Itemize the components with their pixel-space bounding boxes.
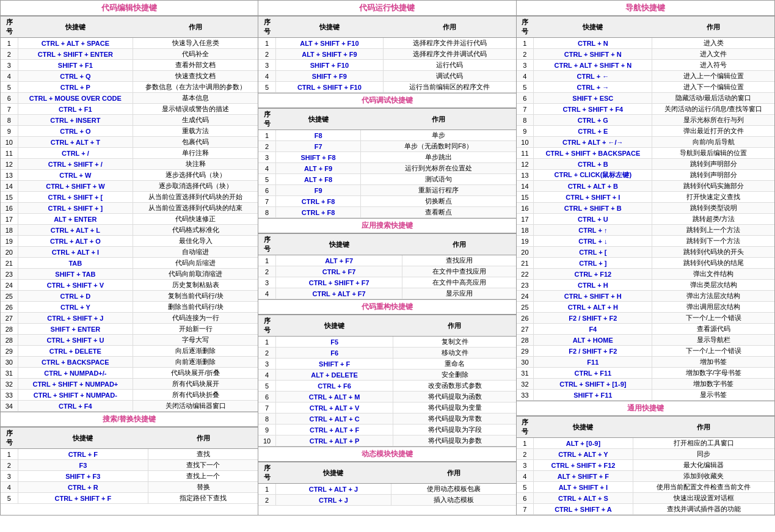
col-shortcut: 快捷键 [275, 16, 383, 38]
row-action: 重载方法 [133, 126, 258, 137]
table-row: 7CTRL + F1显示错误或警告的描述 [1, 104, 258, 115]
table-row: 3CTRL + ALT + SHIFT + N进入符号 [517, 60, 774, 71]
row-num: 29 [517, 346, 534, 357]
row-shortcut: F7 [275, 141, 361, 152]
table-row: 2CTRL + ALT + Y同步 [517, 449, 774, 460]
table-row: 8CTRL + F8查看断点 [258, 207, 515, 218]
nav-table: 序号 快捷键 作用 1CTRL + N进入类2CTRL + SHIFT + N进… [517, 16, 774, 401]
table-row: 7CTRL + ALT + V将代码提取为变量 [258, 403, 515, 414]
app-search-title: 应用搜索快捷键 [258, 219, 515, 233]
row-shortcut: CTRL + H [534, 280, 652, 291]
row-num: 5 [258, 174, 275, 185]
table-row: 33SHIFT + F11显示书签 [517, 390, 774, 401]
table-row: 29CTRL + DELETE向后逐渐删除 [1, 346, 258, 357]
row-shortcut: CTRL + F6 [275, 381, 393, 392]
row-shortcut: CTRL + DELETE [18, 346, 133, 357]
row-action: 跳转到类型说明 [652, 203, 774, 214]
row-action: 最大化编辑器 [633, 460, 774, 471]
row-shortcut: ALT + [0-9] [534, 438, 633, 449]
row-shortcut: CTRL + ALT + SHIFT + N [534, 60, 652, 71]
table-row: 5ALT + F8测试语句 [258, 174, 515, 185]
row-action: 增加数字/字母书签 [652, 368, 774, 379]
col-num: 序号 [258, 109, 275, 130]
row-action: 跳转到下一个方法 [652, 236, 774, 247]
row-shortcut: CTRL + F1 [18, 104, 133, 115]
row-shortcut: CTRL + N [534, 38, 652, 49]
table-row: 12CTRL + SHIFT + /块注释 [1, 159, 258, 170]
table-row: 3CTRL + SHIFT + F12最大化编辑器 [517, 460, 774, 471]
search-replace-table: 序号 快捷键 作用 1CTRL + F查找2F3查找下一个3SHIFT + F3… [1, 427, 258, 504]
table-row: 15CTRL + SHIFT + I打开快速定义查找 [517, 192, 774, 203]
row-num: 2 [258, 49, 275, 60]
table-row: 10CTRL + ALT + P将代码提取为参数 [258, 435, 515, 446]
app-search-table: 序号 快捷键 作用 1ALT + F7查找应用2CTRL + F7在文件中查找应… [258, 233, 515, 299]
row-shortcut: CTRL + ALT + F7 [275, 288, 402, 299]
row-shortcut: CTRL + O [18, 126, 133, 137]
row-action: 重新运行程序 [361, 185, 516, 196]
table-row: 11CTRL + /单行注释 [1, 148, 258, 159]
col-action: 作用 [391, 462, 516, 484]
table-row: 3SHIFT + F8单步跳出 [258, 152, 515, 163]
row-num: 1 [258, 255, 275, 266]
row-num: 3 [258, 359, 275, 370]
row-shortcut: CTRL + → [534, 82, 652, 93]
row-num: 19 [1, 236, 18, 247]
row-shortcut: ALT + ENTER [18, 214, 133, 225]
row-num: 17 [1, 214, 18, 225]
row-action: 增加书签 [652, 357, 774, 368]
row-shortcut: SHIFT + F10 [275, 60, 383, 71]
row-num: 23 [1, 269, 18, 280]
row-shortcut: CTRL + SHIFT + U [18, 335, 133, 346]
table-row: 30CTRL + BACKSPACE向前逐渐删除 [1, 357, 258, 368]
row-action: 弹出方法层次结构 [652, 291, 774, 302]
row-action: 字母大写 [133, 335, 258, 346]
row-shortcut: CTRL + SHIFT + W [18, 181, 133, 192]
table-row: 9CTRL + O重载方法 [1, 126, 258, 137]
row-shortcut: CTRL + ALT + F [275, 425, 393, 435]
col-num: 序号 [258, 16, 275, 38]
table-row: 28CTRL + SHIFT + U字母大写 [1, 335, 258, 346]
row-num: 24 [517, 291, 534, 302]
row-num: 4 [1, 71, 18, 82]
row-shortcut: CTRL + F8 [275, 207, 361, 218]
table-row: 4ALT + DELETE安全删除 [258, 370, 515, 381]
row-action: 运行当前编辑区的程序文件 [383, 82, 515, 93]
row-shortcut: CTRL + F4 [18, 401, 133, 412]
row-num: 2 [258, 141, 275, 152]
table-row: 1CTRL + ALT + SPACE快速导入任意类 [1, 38, 258, 49]
row-shortcut: CTRL + P [18, 82, 133, 93]
row-action: 打开相应的工具窗口 [633, 438, 774, 449]
row-action: 增加数字书签 [652, 379, 774, 390]
row-num: 32 [1, 379, 18, 390]
row-action: 单行注释 [133, 148, 258, 159]
row-action: 下一个/上一个错误 [652, 313, 774, 324]
row-shortcut: CTRL + BACKSPACE [18, 357, 133, 368]
code-edit-title: 代码编辑快捷键 [1, 1, 258, 16]
row-num: 26 [1, 302, 18, 313]
row-num: 3 [1, 471, 18, 482]
row-num: 6 [258, 185, 275, 196]
row-num: 31 [517, 368, 534, 379]
col-num: 序号 [258, 315, 275, 337]
row-num: 30 [1, 357, 18, 368]
row-num: 13 [517, 170, 534, 181]
table-row: 5CTRL + →进入下一个编辑位置 [517, 82, 774, 93]
table-row: 5ALT + SHIFT + I使用当前配置文件检查当前文件 [517, 482, 774, 493]
code-edit-table: 序号 快捷键 作用 1CTRL + ALT + SPACE快速导入任意类2CTR… [1, 16, 258, 412]
row-action: 所有代码块展开 [133, 379, 258, 390]
table-row: 13CTRL + W逐步选择代码（块） [1, 170, 258, 181]
table-row: 5CTRL + F6改变函数形式参数 [258, 381, 515, 392]
row-action: 快速查找文档 [133, 71, 258, 82]
row-action: 弹出文件结构 [652, 269, 774, 280]
table-row: 22CTRL + F12弹出文件结构 [517, 269, 774, 280]
row-num: 20 [1, 247, 18, 258]
row-action: 重命名 [393, 359, 516, 370]
code-run-table: 序号 快捷键 作用 1ALT + SHIFT + F10选择程序文件并运行代码2… [258, 16, 515, 93]
table-row: 8CTRL + ALT + C将代码提取为常数 [258, 414, 515, 425]
row-num: 18 [517, 225, 534, 236]
row-shortcut: SHIFT + F8 [275, 152, 361, 163]
table-row: 31CTRL + NUMPAD+/-代码块展开/折叠 [1, 368, 258, 379]
row-num: 20 [517, 247, 534, 258]
row-action: 跳转到代码实施部分 [652, 181, 774, 192]
row-action: 查找上一个 [148, 471, 258, 482]
